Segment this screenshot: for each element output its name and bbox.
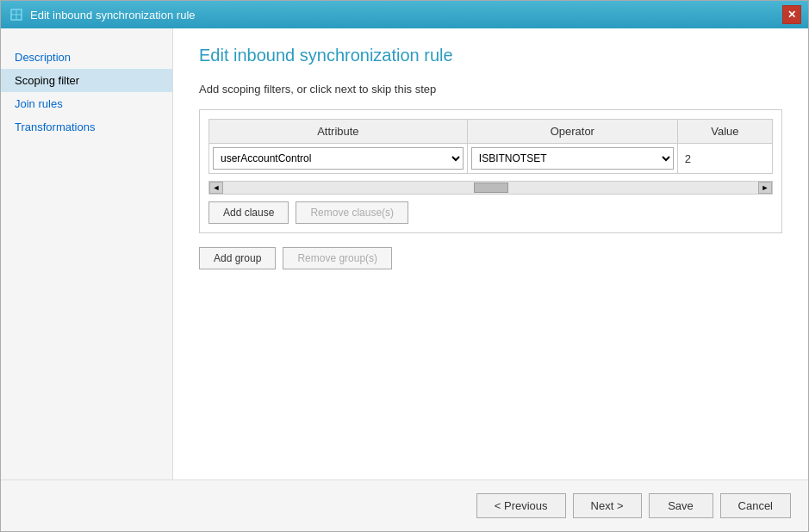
sidebar-item-transformations[interactable]: Transformations	[1, 115, 172, 139]
clause-buttons: Add clause Remove clause(s)	[208, 201, 773, 224]
instruction-text: Add scoping filters, or click next to sk…	[199, 83, 782, 96]
remove-group-button[interactable]: Remove group(s)	[283, 247, 392, 269]
column-value: Value	[677, 120, 772, 144]
sidebar-item-description[interactable]: Description	[1, 46, 172, 69]
scrollbar-track[interactable]	[223, 182, 758, 194]
filter-container: Attribute Operator Value userAccountCont…	[199, 109, 782, 233]
title-bar: Edit inbound synchronization rule ✕	[1, 1, 808, 28]
scroll-right-arrow[interactable]: ►	[758, 182, 772, 194]
scrollbar-thumb[interactable]	[474, 182, 508, 193]
footer: < Previous Next > Save Cancel	[1, 479, 808, 531]
sidebar: Description Scoping filter Join rules Tr…	[1, 28, 173, 479]
window-icon	[8, 6, 25, 23]
previous-button[interactable]: < Previous	[476, 493, 566, 518]
main-content: Edit inbound synchronization rule Add sc…	[173, 28, 808, 479]
remove-clause-button[interactable]: Remove clause(s)	[296, 201, 408, 224]
close-button[interactable]: ✕	[782, 5, 801, 24]
add-clause-button[interactable]: Add clause	[208, 201, 289, 224]
title-bar-left: Edit inbound synchronization rule	[8, 6, 196, 23]
group-buttons: Add group Remove group(s)	[199, 247, 782, 269]
cancel-button[interactable]: Cancel	[720, 493, 791, 518]
column-operator: Operator	[467, 120, 677, 144]
table-row: userAccountControl ISBITNOTSET 2	[209, 144, 773, 174]
main-window: Edit inbound synchronization rule ✕ Desc…	[0, 0, 809, 532]
add-group-button[interactable]: Add group	[199, 247, 276, 269]
next-button[interactable]: Next >	[573, 493, 642, 518]
sidebar-item-join-rules[interactable]: Join rules	[1, 92, 172, 115]
operator-cell: ISBITNOTSET	[467, 144, 677, 174]
attribute-cell: userAccountControl	[209, 144, 468, 174]
operator-select[interactable]: ISBITNOTSET	[471, 147, 674, 170]
title-bar-text: Edit inbound synchronization rule	[30, 9, 196, 22]
value-text: 2	[685, 152, 691, 165]
attribute-select[interactable]: userAccountControl	[213, 147, 464, 170]
filter-table: Attribute Operator Value userAccountCont…	[208, 119, 773, 174]
sidebar-item-scoping-filter[interactable]: Scoping filter	[1, 69, 172, 92]
page-title: Edit inbound synchronization rule	[199, 46, 782, 65]
scroll-left-arrow[interactable]: ◄	[209, 182, 223, 194]
save-button[interactable]: Save	[649, 493, 713, 518]
horizontal-scrollbar[interactable]: ◄ ►	[208, 181, 773, 195]
column-attribute: Attribute	[209, 120, 468, 144]
value-cell: 2	[677, 144, 772, 174]
content-area: Description Scoping filter Join rules Tr…	[1, 28, 808, 479]
